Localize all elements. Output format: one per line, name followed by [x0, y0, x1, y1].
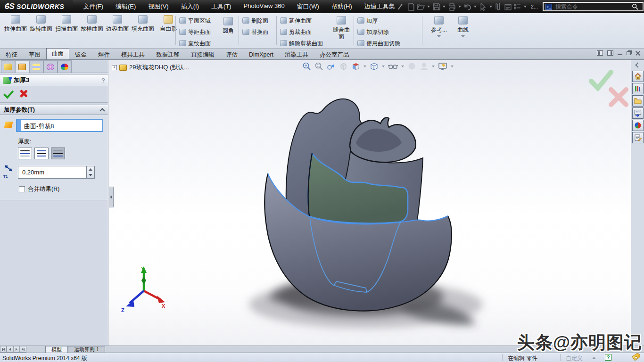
undo-icon[interactable]	[463, 3, 471, 11]
select-cursor-icon[interactable]	[479, 3, 487, 11]
design-library-button[interactable]	[632, 83, 644, 94]
rose-surface-model[interactable]	[109, 60, 631, 346]
previous-view-icon[interactable]	[327, 62, 336, 71]
menu-insert[interactable]: 插入(I)	[181, 2, 199, 11]
doc-minimize-icon[interactable]	[618, 54, 622, 55]
knit-surface-button[interactable]: 缝合曲面	[331, 16, 352, 41]
menu-edit[interactable]: 编辑(E)	[116, 2, 136, 11]
view-settings-caret-icon[interactable]	[451, 66, 454, 67]
select-caret-icon[interactable]	[489, 6, 492, 8]
thicken-button[interactable]: 加厚	[357, 17, 378, 25]
thicken-parameters-header[interactable]: 加厚参数(T)	[0, 105, 108, 115]
save-caret-icon[interactable]	[443, 6, 446, 8]
view-settings-icon[interactable]	[438, 62, 447, 71]
undo-caret-icon[interactable]	[474, 6, 477, 8]
doc-close-icon[interactable]	[635, 50, 640, 56]
menu-file[interactable]: 文件(F)	[83, 2, 103, 11]
extend-surface-button[interactable]: 延伸曲面	[280, 17, 312, 25]
revolved-surface-button[interactable]: 旋转曲面	[29, 15, 53, 33]
zoom-area-icon[interactable]	[314, 62, 323, 71]
section-view-icon[interactable]	[339, 62, 348, 71]
custom-properties-button[interactable]	[632, 132, 644, 143]
print-caret-icon[interactable]	[458, 6, 461, 8]
task-pane-collapse-icon[interactable]	[635, 62, 640, 67]
thicken-side2-button[interactable]	[51, 148, 65, 159]
trim-surface-button[interactable]: 剪裁曲面	[280, 28, 312, 36]
file-explorer-button[interactable]	[632, 95, 644, 107]
save-icon[interactable]	[432, 3, 440, 11]
next-tab-button[interactable]	[13, 346, 20, 353]
tab-evaluate[interactable]: 评估	[220, 49, 243, 59]
zoom-fit-icon[interactable]	[302, 62, 311, 71]
hide-show-items-icon[interactable]	[388, 62, 398, 71]
pm-help-icon[interactable]: ?	[101, 77, 105, 84]
display-style-icon[interactable]	[370, 62, 379, 71]
customize-caret-icon[interactable]	[592, 357, 596, 359]
swept-surface-button[interactable]: 扫描曲面	[55, 15, 78, 33]
tab-surfaces[interactable]: 曲面	[46, 48, 69, 59]
tree-expand-icon[interactable]: +	[112, 65, 117, 70]
filled-surface-button[interactable]: 填充曲面	[131, 15, 155, 33]
tab-office-products[interactable]: 办公室产品	[314, 49, 355, 59]
tab-sheet-metal[interactable]: 钣金	[69, 49, 92, 59]
search-magnifier-icon[interactable]	[632, 3, 638, 10]
view-palette-button[interactable]	[632, 107, 644, 119]
apply-scene-icon[interactable]	[420, 62, 429, 71]
menu-view[interactable]: 视图(V)	[148, 2, 168, 11]
tab-features[interactable]: 特征	[0, 49, 23, 59]
property-manager-tab[interactable]	[15, 60, 29, 73]
surface-selection-box[interactable]: 曲面-剪裁8	[16, 119, 103, 132]
properties-icon[interactable]	[504, 3, 512, 11]
edit-appearance-icon[interactable]	[407, 62, 416, 71]
collapse-pane-left-icon[interactable]	[597, 50, 603, 56]
tab-data-migration[interactable]: 数据迁移	[150, 49, 185, 59]
replace-face-button[interactable]: 替换面	[242, 28, 268, 36]
ok-button[interactable]	[3, 88, 14, 99]
tab-weldments[interactable]: 焊件	[92, 49, 116, 59]
search-input[interactable]	[554, 3, 629, 10]
tab-dimxpert[interactable]: DimXpert	[243, 49, 279, 59]
menu-help[interactable]: 帮助(H)	[331, 2, 352, 11]
tab-sketch[interactable]: 草图	[23, 49, 46, 59]
doc-restore-icon[interactable]	[627, 51, 631, 55]
feature-tree-root[interactable]: + 29玫瑰花DHQ (默认...	[112, 63, 189, 72]
reference-geometry-button[interactable]: 参考...	[427, 16, 451, 37]
untrim-surface-button[interactable]: 解除剪裁曲面	[280, 40, 323, 48]
menu-maidi-tools[interactable]: 迈迪工具集	[364, 2, 395, 11]
spinner-up-button[interactable]	[87, 166, 94, 173]
spinner-down-button[interactable]	[87, 173, 94, 179]
feature-manager-tab[interactable]	[1, 60, 15, 73]
merge-result-checkbox[interactable]	[19, 186, 25, 192]
boundary-surface-button[interactable]: 边界曲面	[106, 15, 129, 33]
open-caret-icon[interactable]	[427, 6, 430, 8]
cancel-button[interactable]	[20, 90, 27, 97]
thicken-both-sides-button[interactable]	[34, 148, 49, 159]
thickness-input[interactable]	[18, 166, 87, 179]
configuration-manager-tab[interactable]	[29, 60, 43, 73]
tab-render-tools[interactable]: 渲染工具	[279, 49, 314, 59]
last-tab-button[interactable]	[20, 346, 26, 353]
customize-label[interactable]: 自定义	[566, 354, 583, 362]
cut-with-surface-button[interactable]: 使用曲面切除	[357, 40, 400, 48]
status-help-icon[interactable]: ?	[605, 354, 611, 361]
tab-direct-editing[interactable]: 直接编辑	[185, 49, 220, 59]
display-style-caret-icon[interactable]	[382, 66, 385, 67]
resources-button[interactable]	[632, 71, 644, 82]
view-orientation-caret-icon[interactable]	[363, 66, 366, 67]
freeform-button[interactable]: 自由形	[157, 15, 180, 33]
menu-tools[interactable]: 工具(T)	[211, 2, 231, 11]
offset-surface-button[interactable]: 等距曲面	[179, 28, 211, 36]
planar-surface-button[interactable]: 平面区域	[179, 17, 211, 25]
new-document-icon[interactable]	[407, 3, 415, 11]
confirm-cancel-overlay-icon[interactable]	[611, 90, 626, 105]
menu-photoview[interactable]: PhotoView 360	[244, 2, 285, 11]
options-list-icon[interactable]	[513, 3, 521, 11]
extruded-surface-button[interactable]: 拉伸曲面	[4, 15, 27, 33]
confirm-ok-overlay-icon[interactable]	[591, 72, 611, 88]
apply-scene-caret-icon[interactable]	[432, 66, 435, 67]
menu-window[interactable]: 窗口(W)	[297, 2, 319, 11]
fillet-button[interactable]: 圆角	[219, 17, 238, 34]
graphics-viewport[interactable]: + 29玫瑰花DHQ (默认...	[109, 60, 631, 346]
motion-study-tab[interactable]: 运动算例 1	[68, 346, 105, 353]
dimxpert-manager-tab[interactable]	[43, 60, 58, 73]
